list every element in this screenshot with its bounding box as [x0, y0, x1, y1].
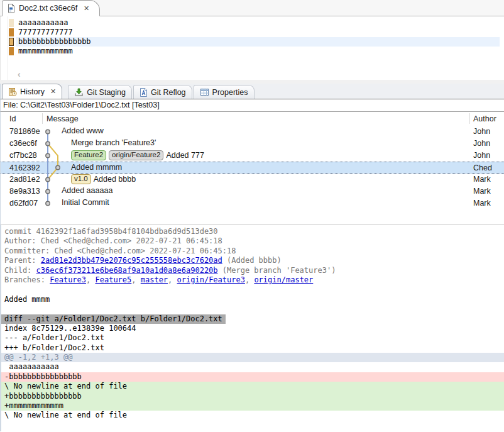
commit-row[interactable]: 4162392Added mmmmChed	[1, 162, 504, 174]
commit-message: v1.0Added bbbb	[71, 174, 136, 184]
detail-text: Committer: Ched <Ched@ched.com> 2022-07-…	[4, 246, 236, 255]
editor-line-text: 777777777777	[18, 28, 73, 37]
text-editor[interactable]: aaaaaaaaaaa777777777777bbbbbbbbbbbbbbbbm…	[0, 16, 504, 80]
column-header-author[interactable]: Author	[473, 114, 496, 123]
detail-line-meta: Branches: Feature3, Feature5, master, or…	[1, 275, 504, 285]
editor-line-text: aaaaaaaaaaa	[18, 18, 68, 28]
column-divider[interactable]	[42, 113, 43, 124]
commit-message: Added www	[62, 126, 104, 135]
detail-line-context: aaaaaaaaaaa	[1, 362, 504, 372]
commit-row[interactable]: c36ec6fMerge branch 'Feature3'John	[1, 138, 504, 150]
hash-link[interactable]: origin/master	[254, 275, 313, 284]
close-icon[interactable]: ✕	[84, 4, 89, 13]
detail-text: Branches:	[4, 275, 50, 284]
editor-tab-doc2[interactable]: Doc2.txt c36ec6f ✕	[2, 0, 100, 16]
view-tab-label: Properties	[212, 88, 248, 97]
quickdiff-annotation	[9, 28, 14, 36]
detail-text: +mmmmmmmmmmmm	[4, 401, 63, 410]
close-icon[interactable]: ✕	[50, 87, 56, 96]
commit-message-text: Initial Commit	[62, 198, 109, 207]
detail-line-blank	[1, 285, 504, 294]
commit-message: Initial Commit	[62, 198, 109, 207]
git-reflog-icon	[140, 88, 148, 97]
detail-line-message: Added mmmm	[1, 295, 504, 304]
detail-text: +bbbbbbbbbbbbbbbb	[4, 392, 82, 401]
detail-line-plain: \ No newline at end of file	[1, 411, 504, 420]
detail-line-removed: -bbbbbbbbbbbbbbbb	[1, 372, 504, 382]
detail-text: ,	[131, 275, 140, 284]
view-tab-history[interactable]: History✕	[2, 84, 62, 99]
view-tab-label: History	[20, 87, 45, 96]
detail-text: +++ b/Folder1/Doc2.txt	[4, 343, 104, 352]
hash-link[interactable]: master	[141, 275, 168, 284]
table-header: Id Message Author	[1, 112, 504, 126]
view-tab-label: Git Staging	[87, 88, 126, 97]
detail-line-meta: Child: c36ec6f373211e6be68af9a10a1d0a8e6…	[1, 266, 504, 275]
editor-line[interactable]: bbbbbbbbbbbbbbbb	[1, 37, 504, 47]
detail-text: Parent:	[4, 256, 41, 265]
detail-line-hunk: @@ -1,2 +1,3 @@	[1, 353, 504, 362]
editor-tab-bar: Doc2.txt c36ec6f ✕	[0, 0, 504, 16]
commit-id: 8e9a313	[9, 187, 40, 196]
commit-row[interactable]: 2ad81e2v1.0Added bbbbMark	[1, 174, 504, 186]
editor-line-text: bbbbbbbbbbbbbbbb	[18, 37, 91, 47]
commit-row[interactable]: d62fd07Initial CommitMark	[1, 197, 504, 209]
detail-text: (Added bbbb)	[222, 256, 282, 265]
detail-text: ,	[245, 275, 254, 284]
commit-message-text: Added bbbb	[94, 175, 136, 184]
hash-link[interactable]: Feature3	[50, 275, 86, 284]
detail-text: Child:	[4, 266, 36, 275]
file-path-bar: File: C:\Git2\Test03\Folder1\Doc2.txt [T…	[0, 99, 504, 112]
editor-line[interactable]: aaaaaaaaaaa	[1, 18, 504, 28]
detail-text: -bbbbbbbbbbbbbbbb	[4, 372, 82, 381]
view-tab-git-reflog[interactable]: Git Reflog	[133, 85, 192, 99]
detail-line-diffheader: diff --git a/Folder1/Doc2.txt b/Folder1/…	[1, 314, 226, 324]
commit-id: 4162392	[9, 163, 40, 172]
detail-text: diff --git a/Folder1/Doc2.txt b/Folder1/…	[4, 314, 222, 323]
git-staging-icon	[74, 88, 84, 97]
detail-text: ,	[86, 275, 95, 284]
editor-line-text: mmmmmmmmmmmm	[18, 47, 73, 56]
commit-message: Added aaaaaa	[62, 186, 112, 195]
commit-id: cf7bc28	[9, 151, 37, 160]
editor-tab-label: Doc2.txt c36ec6f	[19, 4, 77, 13]
detail-line-meta: Parent: 2ad81e2d3bb479e2076c95c255558ebc…	[1, 256, 504, 265]
column-header-id[interactable]: Id	[9, 114, 16, 123]
detail-line-meta: Author: Ched <Ched@ched.com> 2022-07-21 …	[1, 236, 504, 246]
scroll-left-icon[interactable]: ‹	[18, 69, 21, 79]
detail-text: commit 4162392f1a6fad3958b4f8104bdba6d9d…	[4, 227, 218, 236]
quickdiff-annotation	[9, 47, 14, 55]
commit-author: John	[473, 127, 490, 136]
commit-rows: 781869eAdded wwwJohnc36ec6fMerge branch …	[1, 126, 504, 209]
hash-link[interactable]: origin/Feature3	[177, 275, 245, 284]
commit-row[interactable]: 8e9a313Added aaaaaaMark	[1, 186, 504, 197]
detail-line-added: +bbbbbbbbbbbbbbbb	[1, 392, 504, 401]
commit-details-pane[interactable]: commit 4162392f1a6fad3958b4f8104bdba6d9d…	[0, 224, 504, 431]
hash-link[interactable]: Feature5	[96, 275, 132, 284]
editor-line[interactable]: mmmmmmmmmmmm	[1, 47, 504, 56]
commit-row[interactable]: 781869eAdded wwwJohn	[1, 126, 504, 138]
commit-row[interactable]: cf7bc28Feature2origin/Feature2Added 777J…	[1, 150, 504, 162]
column-divider[interactable]	[469, 113, 470, 124]
view-tab-label: Git Reflog	[151, 88, 186, 97]
text-file-icon	[7, 4, 15, 13]
detail-text: (Merge branch 'Feature3')	[218, 266, 336, 275]
view-tab-properties[interactable]: Properties	[194, 85, 255, 99]
commit-history-table: Id Message Author 781869eAdded wwwJohnc3…	[0, 112, 504, 224]
editor-lines: aaaaaaaaaaa777777777777bbbbbbbbbbbbbbbbm…	[1, 18, 504, 56]
detail-text: \ No newline at end of file	[4, 382, 127, 390]
hash-link[interactable]: 2ad81e2d3bb479e2076c95c255558ebc3c7620ad	[41, 256, 222, 265]
editor-line[interactable]: 777777777777	[1, 28, 504, 37]
commit-message-text: Added 777	[166, 151, 204, 160]
view-tab-git-staging[interactable]: Git Staging	[68, 85, 132, 99]
commit-message-text: Merge branch 'Feature3'	[71, 138, 156, 147]
hash-link[interactable]: c36ec6f373211e6be68af9a10a1d0a8e6a90220b	[36, 266, 218, 275]
commit-author: Mark	[473, 175, 491, 184]
commit-message: Added mmmm	[71, 163, 122, 172]
detail-text: ,	[168, 275, 177, 284]
column-header-message[interactable]: Message	[47, 114, 79, 123]
detail-text: Added mmmm	[4, 295, 50, 304]
view-tab-bar: History✕Git StagingGit ReflogProperties	[0, 84, 504, 99]
commit-message: Merge branch 'Feature3'	[71, 138, 156, 147]
commit-author: Mark	[473, 199, 491, 208]
